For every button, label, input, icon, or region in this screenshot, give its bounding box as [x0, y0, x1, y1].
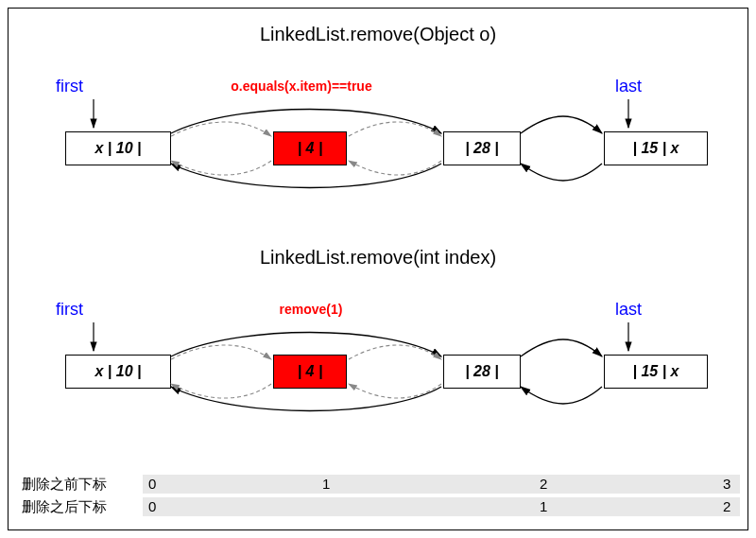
index-tables: 删除之前下标 0 1 2 3 删除之后下标 0 1 2 [22, 475, 740, 520]
index-after-cells: 0 1 2 [143, 497, 740, 516]
index-before-cells: 0 1 2 3 [143, 475, 740, 494]
first-label-2: first [56, 300, 83, 320]
diagram-frame: LinkedList.remove(Object o) first o.equa… [8, 8, 748, 530]
node-2a: | 28 | [443, 131, 521, 165]
idx-b-2: 2 [540, 475, 547, 494]
idx-b-1: 1 [322, 475, 330, 494]
condition-label-2: remove(1) [245, 302, 377, 317]
node-1b-removed: | 4 | [273, 355, 347, 389]
index-row-after: 删除之后下标 0 1 2 [22, 497, 740, 516]
index-after-label: 删除之后下标 [22, 498, 143, 516]
first-label-1: first [56, 77, 83, 96]
index-row-before: 删除之前下标 0 1 2 3 [22, 475, 740, 494]
idx-b-3: 3 [723, 475, 730, 494]
index-before-label: 删除之前下标 [22, 476, 143, 494]
node-0a: x | 10 | [65, 131, 171, 165]
idx-a-2: 2 [723, 497, 730, 516]
title-remove-index: LinkedList.remove(int index) [9, 247, 747, 269]
node-3a: | 15 | x [604, 131, 708, 165]
title-remove-object: LinkedList.remove(Object o) [9, 24, 747, 45]
idx-a-0: 0 [148, 497, 156, 516]
idx-b-0: 0 [148, 475, 156, 494]
last-label-2: last [615, 300, 642, 320]
node-0b: x | 10 | [65, 355, 171, 389]
node-3b: | 15 | x [604, 355, 708, 389]
last-label-1: last [615, 77, 642, 96]
node-2b: | 28 | [443, 355, 521, 389]
condition-label-1: o.equals(x.item)==true [198, 78, 405, 94]
idx-a-1: 1 [540, 497, 547, 516]
node-1a-removed: | 4 | [273, 131, 347, 165]
